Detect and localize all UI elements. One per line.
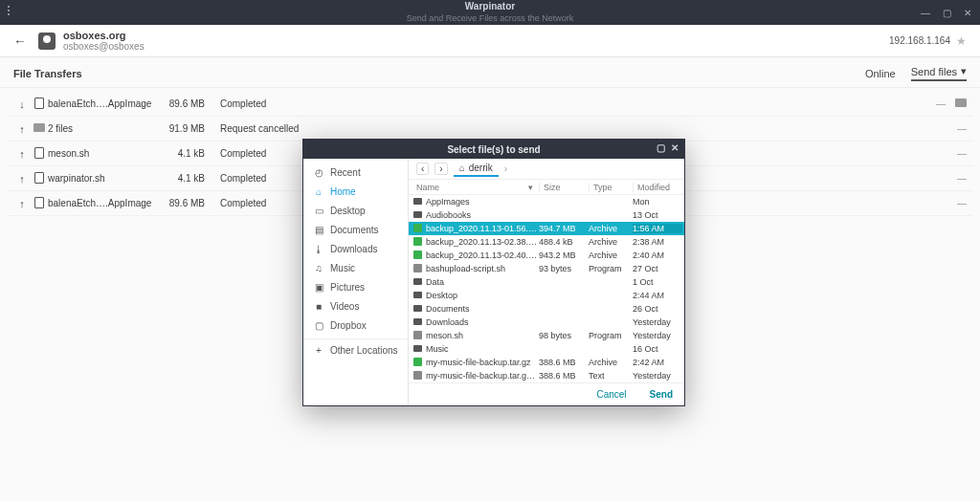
file-row[interactable]: my-music-file-backup.tar.gz388.6 MBArchi… [409,356,684,369]
sidebar-item-downloads[interactable]: ⭳Downloads [303,239,408,258]
file-name: bashupload-script.sh [424,264,539,273]
sidebar-item-label: Videos [330,301,359,312]
file-name: Data [424,277,539,287]
file-row[interactable]: backup_2020.11.13-01.56.14_1.tar394.7 MB… [409,222,684,235]
file-modified: Yesterday [633,371,682,381]
file-name: Documents [424,304,539,314]
direction-icon: ↓ [13,98,31,110]
direction-icon: ↑ [13,173,31,185]
cancel-button[interactable]: Cancel [596,389,626,400]
sidebar-item-recent[interactable]: ◴Recent [303,163,408,182]
maximize-icon[interactable]: ▢ [940,8,953,18]
sidebar-item-desktop[interactable]: ▭Desktop [303,201,408,220]
file-size: 388.6 MB [539,358,589,367]
file-modified: 26 Oct [633,304,682,314]
back-icon[interactable]: ← [13,33,27,49]
chevron-down-icon: ▾ [961,65,967,77]
file-icon [31,98,48,111]
minimize-icon[interactable]: — [919,8,932,18]
sidebar-item-label: Recent [330,167,361,178]
hostname: osboxes.org [63,30,145,41]
peer-ip: 192.168.1.164 [889,35,950,46]
pathbar-chevron-icon: › [504,163,507,174]
sidebar-item-music[interactable]: ♫Music [303,258,408,277]
file-row[interactable]: DownloadsYesterday [409,316,684,329]
col-type[interactable]: Type [589,183,633,192]
dialog-columns-header: Name ▾ Size Type Modified [409,180,684,195]
file-modified: Yesterday [633,317,682,327]
file-type-icon [411,250,424,261]
sidebar-item-documents[interactable]: ▤Documents [303,220,408,239]
pathbar-crumb-home[interactable]: ⌂ derrik [454,161,499,177]
user-at-host: osboxes@osboxes [63,41,145,52]
file-row[interactable]: bashupload-script.sh93 bytesProgram27 Oc… [409,262,684,275]
remove-transfer-icon[interactable]: — [957,123,967,134]
remove-transfer-icon[interactable]: — [957,173,967,184]
connection-status: Online [865,68,896,79]
file-type-icon [411,317,424,327]
file-name: AppImages [424,197,539,207]
sidebar-item-label: Home [330,186,356,197]
file-row[interactable]: backup_2020.11.13-02.40.35_1.tar943.2 MB… [409,249,684,262]
remove-transfer-icon[interactable]: — [957,148,967,159]
file-type: Text [589,371,633,381]
sidebar-item-dropbox[interactable]: ▢Dropbox [303,316,408,335]
transfer-row[interactable]: ↓balenaEtch….AppImage89.6 MBCompleted— [8,92,972,117]
file-row[interactable]: Data1 Oct [409,275,684,289]
file-row[interactable]: Desktop2:44 AM [409,289,684,302]
app-title: Warpinator [407,1,574,12]
transfer-size: 91.9 MB [163,123,220,134]
app-menu-icon[interactable] [6,4,11,17]
sidebar-item-home[interactable]: ⌂Home [303,182,408,201]
dialog-maximize-icon[interactable]: ▢ [657,142,665,153]
file-row[interactable]: AppImagesMon [409,195,684,208]
music-icon: ♫ [313,263,324,273]
remove-transfer-icon[interactable]: — [936,98,946,109]
transfer-size: 89.6 MB [163,98,220,109]
col-size[interactable]: Size [539,183,589,192]
file-row[interactable]: Documents26 Oct [409,302,684,316]
sidebar-item-label: Other Locations [330,345,398,356]
col-name[interactable]: Name ▾ [411,183,539,192]
dialog-actions: Cancel Send [409,382,684,405]
pathbar-forward-button[interactable]: › [434,163,447,175]
file-size: 93 bytes [539,264,589,273]
file-type-icon [411,331,424,341]
file-row[interactable]: backup_2020.11.13-02.38.58_1.tar488.4 kB… [409,235,684,249]
col-modified[interactable]: Modified [633,183,682,192]
sidebar-item-videos[interactable]: ■Videos [303,296,408,316]
file-size: 943.2 MB [539,250,589,260]
sidebar-item-pictures[interactable]: ▣Pictures [303,277,408,296]
file-modified: Yesterday [633,331,682,340]
file-type-icon [411,264,424,274]
file-row[interactable]: Music16 Oct [409,342,684,356]
transfer-name: warpinator.sh [48,173,163,184]
file-name: backup_2020.11.13-01.56.14_1.tar [424,224,539,233]
file-row[interactable]: Audiobooks13 Oct [409,208,684,222]
direction-icon: ↑ [13,198,31,209]
file-row[interactable]: meson.sh98 bytesProgramYesterday [409,329,684,342]
file-name: Downloads [424,317,539,327]
sidebar-item-other-locations[interactable]: +Other Locations [303,338,408,358]
dialog-title: Select file(s) to send [447,144,540,155]
favorite-star-icon[interactable]: ★ [956,34,967,48]
direction-icon: ↑ [13,148,31,160]
dialog-file-list[interactable]: AppImagesMonAudiobooks13 Octbackup_2020.… [409,195,684,382]
pictures-icon: ▣ [313,282,324,293]
sidebar-item-label: Music [330,263,355,273]
close-icon[interactable]: ✕ [961,8,974,18]
downloads-icon: ⭳ [313,244,324,254]
open-folder-icon[interactable] [955,98,967,109]
pathbar-back-button[interactable]: ‹ [416,163,429,175]
identity-bar: ← osboxes.org osboxes@osboxes 192.168.1.… [0,25,980,57]
file-picker-dialog: Select file(s) to send ▢ ✕ ◴Recent⌂Home▭… [302,139,685,406]
dialog-close-icon[interactable]: ✕ [671,142,679,153]
transfer-status: Completed [220,98,354,109]
transfer-name: balenaEtch….AppImage [48,198,163,208]
file-row[interactable]: my-music-file-backup.tar.gz.gpg388.6 MBT… [409,369,684,382]
file-type-icon [411,277,424,287]
send-button[interactable]: Send [650,389,673,400]
remove-transfer-icon[interactable]: — [957,198,967,208]
home-icon: ⌂ [313,186,324,197]
send-files-button[interactable]: Send files ▾ [911,65,967,81]
